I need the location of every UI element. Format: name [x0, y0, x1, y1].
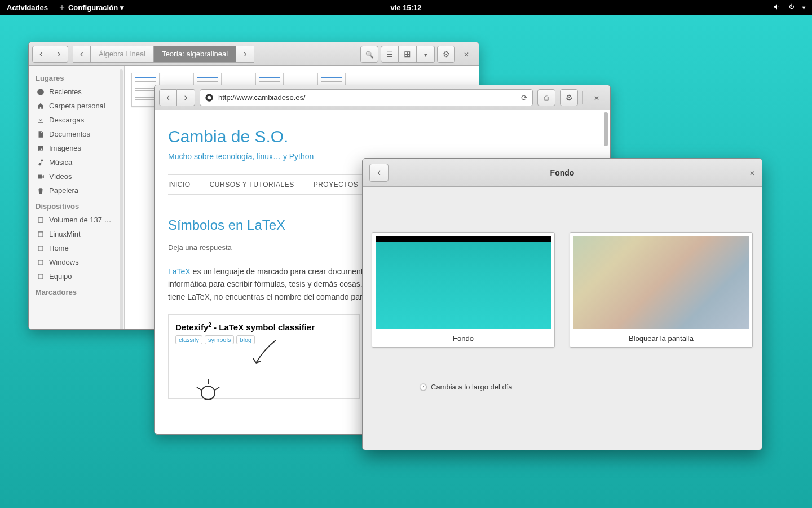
url-bar[interactable]: http://www.cambiadeso.es/ — [200, 89, 533, 106]
sidebar-item-downloads[interactable]: Descargas — [29, 113, 124, 127]
power-icon[interactable] — [788, 3, 796, 12]
volume-icon[interactable] — [773, 3, 781, 12]
reload-icon[interactable] — [521, 93, 528, 102]
nav-link-courses[interactable]: CURSOS Y TUTORIALES — [210, 181, 294, 189]
sidebar-item-linuxmint[interactable]: LinuxMint — [29, 227, 124, 241]
view-options-button[interactable] — [417, 46, 435, 63]
chevron-down-icon: ▾ — [802, 5, 805, 11]
chevron-down-icon — [424, 49, 427, 59]
arrow-right-icon — [58, 48, 61, 60]
nav-link-projects[interactable]: PROYECTOS — [314, 181, 359, 189]
svg-point-2 — [201, 386, 215, 400]
back-button[interactable] — [159, 89, 177, 106]
sidebar-item-dev-home[interactable]: Home — [29, 241, 124, 255]
options-button[interactable] — [437, 46, 455, 63]
back-button[interactable] — [369, 164, 389, 182]
tag-symbols[interactable]: symbols — [205, 335, 234, 344]
clock-icon — [419, 383, 427, 391]
sidebar-item-windows[interactable]: Windows — [29, 255, 124, 269]
lockscreen-preview — [573, 236, 749, 329]
forward-button[interactable] — [177, 89, 195, 106]
close-icon — [749, 168, 755, 177]
window-title: Fondo — [550, 168, 575, 177]
scrollbar[interactable] — [604, 112, 608, 146]
settings-app-icon — [58, 3, 66, 11]
gear-icon — [566, 93, 573, 103]
arrow-right-icon — [244, 48, 247, 60]
gnome-topbar: Actividades Configuración ▾ vie 15:12 ▾ — [0, 0, 812, 15]
svg-point-1 — [208, 95, 211, 99]
breadcrumb-segment-active[interactable]: Teoría: algebralineal — [154, 46, 236, 63]
detexify-embed: Detexify2 - LaTeX symbol classifier clas… — [168, 314, 360, 399]
close-icon — [594, 93, 599, 103]
breadcrumb-segment[interactable]: Álgebra Lineal — [91, 46, 154, 63]
activities-button[interactable]: Actividades — [7, 3, 48, 12]
search-icon — [365, 49, 374, 59]
svg-line-5 — [215, 387, 219, 390]
sun-drawing-icon — [191, 373, 225, 401]
tag-classify[interactable]: classify — [175, 335, 202, 344]
arrow-right-icon — [184, 91, 188, 103]
sidebar-item-documents[interactable]: Documentos — [29, 127, 124, 141]
browser-toolbar: http://www.cambiadeso.es/ — [155, 85, 610, 110]
sidebar-item-home[interactable]: Carpeta personal — [29, 99, 124, 113]
view-grid-button[interactable] — [399, 46, 417, 63]
latex-link[interactable]: LaTeX — [168, 267, 191, 276]
app-menu[interactable]: Configuración ▾ — [58, 3, 124, 12]
sidebar-item-recent[interactable]: Recientes — [29, 85, 124, 99]
clock[interactable]: vie 15:12 — [391, 3, 422, 12]
sidebar-item-volume[interactable]: Volumen de 137 … — [29, 213, 124, 227]
nav-link-home[interactable]: INICIO — [168, 181, 191, 189]
chevron-down-icon: ▾ — [120, 3, 124, 12]
arrow-left-icon — [39, 48, 43, 60]
svg-line-4 — [197, 387, 201, 390]
sidebar-heading-bookmarks: Marcadores — [29, 283, 124, 299]
bookmark-button[interactable] — [537, 89, 555, 106]
card-label-lockscreen: Bloquear la pantalla — [573, 332, 749, 344]
arrow-left-icon — [377, 167, 381, 178]
list-icon — [386, 49, 393, 59]
arrow-drawing-icon — [248, 338, 281, 371]
sidebar-item-computer[interactable]: Equipo — [29, 269, 124, 283]
background-preview — [376, 236, 551, 329]
sidebar-heading-places: Lugares — [29, 69, 124, 85]
arrow-left-icon — [166, 91, 170, 103]
menu-button[interactable] — [560, 89, 578, 106]
card-label-background: Fondo — [376, 332, 551, 344]
files-sidebar: Lugares Recientes Carpeta personal Desca… — [29, 66, 125, 329]
gear-icon — [443, 49, 450, 59]
scrollbar[interactable] — [120, 69, 123, 329]
background-card[interactable]: Fondo — [372, 232, 555, 348]
back-button[interactable] — [32, 46, 50, 63]
bookmark-icon — [544, 93, 549, 103]
changes-hint: Cambia a lo largo del día — [419, 383, 513, 391]
view-list-button[interactable] — [381, 46, 399, 63]
sidebar-item-videos[interactable]: Vídeos — [29, 169, 124, 183]
settings-window: Fondo Fondo Bloquear la pantalla Cambia … — [362, 158, 762, 450]
arrow-left-icon — [80, 48, 83, 60]
site-title[interactable]: Cambia de S.O. — [168, 127, 597, 146]
files-toolbar: Álgebra Lineal Teoría: algebralineal — [29, 42, 479, 66]
close-button[interactable] — [749, 168, 755, 178]
close-button[interactable] — [457, 46, 475, 63]
path-up-button[interactable] — [73, 46, 91, 63]
close-button[interactable] — [588, 89, 606, 106]
detexify-title: Detexify2 - LaTeX symbol classifier — [175, 322, 352, 332]
sidebar-item-music[interactable]: Música — [29, 155, 124, 169]
grid-icon — [404, 49, 411, 59]
path-next-button[interactable] — [236, 46, 254, 63]
site-favicon-icon — [205, 93, 214, 102]
lockscreen-card[interactable]: Bloquear la pantalla — [570, 232, 753, 348]
close-icon — [464, 49, 469, 59]
search-button[interactable] — [360, 46, 378, 63]
sidebar-heading-devices: Dispositivos — [29, 198, 124, 213]
forward-button[interactable] — [50, 46, 68, 63]
sidebar-item-pictures[interactable]: Imágenes — [29, 141, 124, 155]
settings-header: Fondo — [363, 159, 762, 187]
url-text: http://www.cambiadeso.es/ — [218, 93, 306, 102]
sidebar-item-trash[interactable]: Papelera — [29, 183, 124, 198]
